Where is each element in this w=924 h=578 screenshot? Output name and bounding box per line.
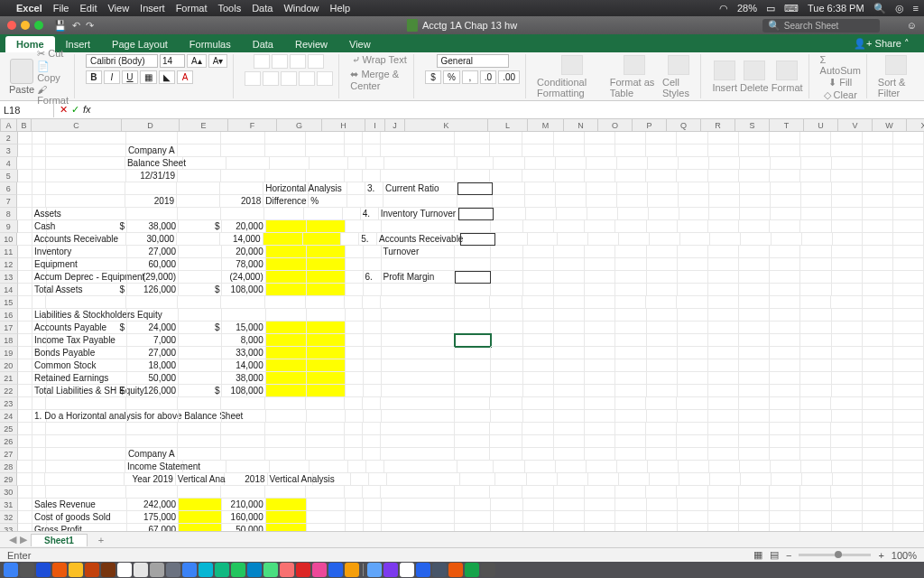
- cell-R13[interactable]: [647, 271, 678, 284]
- cell-J2[interactable]: [363, 132, 381, 144]
- cell-D29[interactable]: Year 2019: [125, 473, 176, 486]
- cell-P23[interactable]: [585, 397, 615, 410]
- cell-J31[interactable]: [364, 499, 382, 511]
- cell-I24[interactable]: [346, 410, 364, 423]
- cell-Z23[interactable]: [893, 397, 924, 410]
- cell-E17[interactable]: $: [179, 322, 222, 334]
- row-header-2[interactable]: 2: [0, 132, 18, 144]
- cell-J30[interactable]: [363, 486, 381, 499]
- cell-F21[interactable]: 38,000: [222, 372, 265, 385]
- cell-S21[interactable]: [678, 372, 708, 385]
- row-header-24[interactable]: 24: [0, 410, 18, 423]
- cell-Y26[interactable]: [863, 435, 893, 448]
- cell-B4[interactable]: [32, 157, 46, 170]
- sheet-tab-1[interactable]: Sheet1: [31, 534, 88, 546]
- cell-I9[interactable]: [346, 220, 364, 233]
- cell-S27[interactable]: [677, 448, 707, 461]
- cell-P6[interactable]: [587, 182, 617, 195]
- cell-D28[interactable]: Income Statement: [125, 461, 183, 473]
- row-header-13[interactable]: 13: [0, 271, 18, 284]
- menu-data[interactable]: Data: [252, 3, 273, 14]
- cell-E16[interactable]: [179, 309, 222, 322]
- row-header-11[interactable]: 11: [0, 246, 18, 258]
- cell-Z20[interactable]: [893, 359, 924, 372]
- dock-excel-icon[interactable]: [465, 563, 479, 577]
- cell-N4[interactable]: [525, 157, 556, 170]
- share-button[interactable]: 👤+ Share ˄: [846, 35, 917, 52]
- cell-G16[interactable]: [266, 309, 307, 322]
- cell-I31[interactable]: [346, 499, 364, 511]
- cell-Z14[interactable]: [893, 284, 924, 296]
- cell-I26[interactable]: [345, 435, 363, 448]
- row-header-23[interactable]: 23: [0, 397, 18, 410]
- cell-G31[interactable]: [266, 499, 307, 511]
- cell-G15[interactable]: [265, 296, 306, 309]
- cell-Q5[interactable]: [615, 170, 646, 182]
- dock-word-icon[interactable]: [416, 563, 430, 577]
- cell-B12[interactable]: Equipment: [32, 258, 47, 271]
- cell-H24[interactable]: [307, 410, 346, 423]
- cell-L14[interactable]: [455, 284, 490, 296]
- cell-Q23[interactable]: [615, 397, 646, 410]
- cell-U28[interactable]: [740, 461, 771, 473]
- cell-W12[interactable]: [800, 258, 831, 271]
- cell-Q8[interactable]: [618, 208, 649, 220]
- cell-D13[interactable]: (29,000): [127, 271, 179, 284]
- cell-K25[interactable]: [381, 423, 455, 435]
- cell-N13[interactable]: [523, 271, 554, 284]
- cell-U2[interactable]: [739, 132, 770, 144]
- cell-I18[interactable]: [346, 334, 364, 347]
- cell-D8[interactable]: [126, 208, 178, 220]
- cell-F15[interactable]: [221, 296, 264, 309]
- cell-H2[interactable]: [306, 132, 345, 144]
- cell-P13[interactable]: [585, 271, 615, 284]
- cell-B31[interactable]: Sales Revenue: [32, 499, 47, 511]
- cell-E5[interactable]: [178, 170, 221, 182]
- cell-R27[interactable]: [646, 448, 677, 461]
- cell-A7[interactable]: [17, 195, 32, 208]
- format-table-button[interactable]: Format as Table: [610, 55, 660, 98]
- cell-L29[interactable]: [460, 473, 495, 486]
- cell-B25[interactable]: [32, 423, 46, 435]
- cell-I2[interactable]: [345, 132, 363, 144]
- cell-X22[interactable]: [832, 385, 863, 397]
- cell-L3[interactable]: [455, 144, 491, 157]
- cell-T32[interactable]: [708, 511, 739, 524]
- cell-S3[interactable]: [677, 144, 707, 157]
- cell-N6[interactable]: [525, 182, 556, 195]
- cell-B28[interactable]: [32, 461, 46, 473]
- cell-L12[interactable]: [455, 258, 490, 271]
- cell-O32[interactable]: [554, 511, 585, 524]
- cell-G32[interactable]: [266, 511, 307, 524]
- cell-A28[interactable]: [17, 461, 32, 473]
- cell-O17[interactable]: [554, 322, 585, 334]
- cell-E31[interactable]: [179, 499, 222, 511]
- cell-B8[interactable]: Assets: [32, 208, 47, 220]
- cell-R21[interactable]: [647, 372, 678, 385]
- cell-G3[interactable]: [265, 144, 306, 157]
- cell-K11[interactable]: Turnover: [382, 246, 456, 258]
- cell-X30[interactable]: [831, 486, 862, 499]
- cell-X32[interactable]: [832, 511, 863, 524]
- cell-K5[interactable]: [381, 170, 455, 182]
- cell-L6[interactable]: [457, 182, 493, 195]
- cell-Q25[interactable]: [615, 423, 646, 435]
- dock-firefox-icon[interactable]: [52, 563, 67, 577]
- delete-cells-button[interactable]: Delete: [740, 61, 769, 93]
- cell-J7[interactable]: [365, 195, 383, 208]
- cell-U27[interactable]: [739, 448, 770, 461]
- cell-V14[interactable]: [770, 284, 800, 296]
- cell-A30[interactable]: [18, 486, 33, 499]
- cell-E20[interactable]: [179, 359, 222, 372]
- number-format-select[interactable]: General: [437, 54, 509, 68]
- cell-S12[interactable]: [678, 258, 708, 271]
- cell-O9[interactable]: [554, 220, 585, 233]
- cell-T14[interactable]: [708, 284, 739, 296]
- cell-A14[interactable]: [18, 284, 32, 296]
- col-header-O[interactable]: O: [598, 119, 633, 131]
- prev-sheet-button[interactable]: ◀: [9, 534, 16, 545]
- cell-S4[interactable]: [679, 157, 709, 170]
- cell-B17[interactable]: Accounts Payable: [32, 322, 47, 334]
- cell-X27[interactable]: [831, 448, 862, 461]
- bold-button[interactable]: B: [86, 70, 102, 84]
